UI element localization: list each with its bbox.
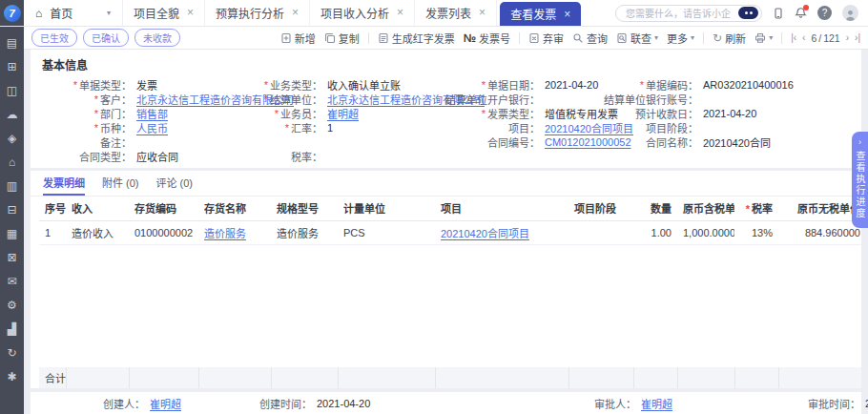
tab-home-label: 首页 bbox=[50, 5, 72, 21]
sidebar-invoice-icon[interactable]: ◫ bbox=[7, 85, 17, 96]
mobile-icon[interactable] bbox=[773, 8, 784, 19]
col-price-incl-tax: 原币含税单价 bbox=[677, 197, 734, 220]
tab-budget-analysis[interactable]: 预算执行分析 × bbox=[205, 0, 310, 26]
field-project-stage: 项目阶段 bbox=[605, 120, 858, 135]
tab-label: 项目全貌 bbox=[134, 5, 179, 21]
col-unit: 计量单位 bbox=[338, 197, 435, 220]
col-seq: 序号 bbox=[39, 197, 66, 220]
tab-label: 查看发票 bbox=[510, 6, 556, 22]
close-icon[interactable]: × bbox=[397, 7, 403, 18]
print-button[interactable]: ▾ bbox=[754, 32, 773, 44]
invoice-number-button[interactable]: № 发票号 bbox=[464, 31, 510, 46]
field-salesperson-link[interactable]: 崔明超 bbox=[327, 106, 359, 121]
discard-approval-button[interactable]: 弃审 bbox=[528, 31, 564, 46]
sidebar-ledger-icon[interactable]: ▥ bbox=[7, 180, 17, 192]
chevron-down-icon[interactable]: ▾ bbox=[107, 10, 111, 17]
copy-button[interactable]: 复制 bbox=[324, 31, 360, 46]
sidebar-organization-icon[interactable]: ⌂ bbox=[9, 156, 15, 168]
sidebar-analytics-chart-icon[interactable]: ▟ bbox=[8, 323, 16, 335]
field-project: 项目20210420合同项目 bbox=[441, 120, 605, 135]
close-icon[interactable]: × bbox=[479, 7, 486, 18]
field-department-link[interactable]: 销售部 bbox=[136, 106, 168, 121]
more-button[interactable]: 更多 ▾ bbox=[667, 31, 694, 46]
close-icon[interactable]: × bbox=[564, 9, 570, 20]
sidebar-dashboard-icon[interactable]: ▤ bbox=[7, 37, 17, 49]
tab-label: 预算执行分析 bbox=[216, 5, 284, 21]
tab-invoice-list[interactable]: 发票列表 × bbox=[415, 0, 497, 26]
red-invoice-button[interactable]: 生成红字发票 bbox=[378, 31, 455, 46]
sidebar-finance-icon[interactable]: ⊠ bbox=[7, 252, 16, 263]
empty-cell bbox=[605, 149, 858, 163]
field-exchange-rate: *汇率1 bbox=[233, 120, 441, 135]
status-badge-effective: 已生效 bbox=[31, 29, 77, 47]
execution-progress-label: 查看执行进度 bbox=[853, 151, 867, 219]
avatar[interactable] bbox=[842, 5, 858, 21]
linked-query-button[interactable]: 联查 ▾ bbox=[616, 31, 658, 46]
field-approver-link[interactable]: 崔明超 bbox=[641, 396, 672, 411]
tab-home[interactable]: ⌂ 首页 ▾ bbox=[24, 0, 123, 26]
tab-attachments[interactable]: 附件 (0) bbox=[102, 171, 139, 196]
field-contract-type-value: 应收合同 bbox=[136, 149, 178, 164]
tab-invoice-detail[interactable]: 发票明细 bbox=[43, 171, 85, 196]
execution-progress-tab[interactable]: › 查看执行进度 bbox=[852, 132, 868, 228]
field-doc-no: *单据编码AR0320210400016 bbox=[605, 77, 858, 92]
sidebar-security-icon[interactable]: ◈ bbox=[8, 133, 16, 144]
query-button[interactable]: 查询 bbox=[572, 31, 608, 46]
pager-first-button[interactable]: |‹ bbox=[791, 32, 796, 43]
sidebar-settings-gear-icon[interactable]: ⚙ bbox=[7, 300, 17, 311]
close-icon[interactable]: × bbox=[187, 7, 194, 18]
field-creator-link[interactable]: 崔明超 bbox=[150, 396, 181, 411]
pager-next-button[interactable]: › bbox=[846, 32, 849, 43]
cell-project-link[interactable]: 20210420合同项目 bbox=[435, 220, 568, 244]
tab-income-analysis[interactable]: 项目收入分析 × bbox=[310, 0, 415, 26]
notification-bell-icon[interactable] bbox=[795, 7, 807, 19]
linked-query-label: 联查 bbox=[630, 31, 651, 46]
sidebar-schedule-icon[interactable]: ⊟ bbox=[7, 204, 16, 216]
table-total-row: 合计 bbox=[39, 367, 861, 388]
col-qty: 数量 bbox=[633, 197, 677, 220]
sidebar-tools-icon[interactable]: ✱ bbox=[7, 371, 16, 383]
tab-project-overview[interactable]: 项目全貌 × bbox=[123, 0, 205, 26]
copy-label: 复制 bbox=[339, 31, 360, 46]
add-button[interactable]: 新增 bbox=[280, 31, 316, 46]
topbar-right: 您需要什么，请告诉小企 ? bbox=[615, 0, 868, 26]
table-header-row: 序号 收入 存货编码 存货名称 规格型号 计量单位 项目 项目阶段 数量 原币含… bbox=[39, 197, 861, 220]
cell-seq: 1 bbox=[39, 220, 66, 244]
cell-price-excl-tax: 884.960000 bbox=[778, 220, 861, 244]
table-empty-area bbox=[39, 245, 861, 368]
status-badge-unpaid: 未收款 bbox=[134, 29, 180, 47]
toolbar-divider bbox=[519, 32, 520, 44]
sidebar-budget-icon[interactable]: ⊞ bbox=[7, 61, 16, 72]
field-invoice-type: *发票类型增值税专用发票 bbox=[441, 106, 605, 120]
field-exchange-rate-value: 1 bbox=[327, 122, 333, 134]
tab-view-invoice[interactable]: 查看发票 × bbox=[500, 2, 581, 26]
field-biz-type: *业务类型收入确认单立账 bbox=[233, 77, 441, 92]
assistant-search-input[interactable]: 您需要什么，请告诉小企 bbox=[615, 5, 762, 22]
chevron-down-icon: ▾ bbox=[654, 34, 658, 42]
help-icon[interactable]: ? bbox=[817, 6, 832, 20]
sidebar-history-clock-icon[interactable]: ↻ bbox=[7, 347, 16, 359]
pager-prev-button[interactable]: ‹ bbox=[802, 32, 805, 43]
refresh-button[interactable]: ↻ 刷新 bbox=[713, 31, 746, 46]
empty-cell bbox=[441, 149, 605, 163]
sidebar-report-icon[interactable]: ✉ bbox=[7, 276, 16, 287]
statusbar: 已生效 已确认 未收款 新增 复制 生成红字发票 № 发票号 bbox=[24, 27, 868, 50]
chevron-down-icon: ▾ bbox=[769, 34, 773, 42]
field-contract-type: 合同类型应收合同 bbox=[31, 149, 233, 163]
close-icon[interactable]: × bbox=[292, 7, 299, 18]
detail-tabs: 发票明细 附件 (0) 评论 (0) bbox=[31, 171, 861, 197]
toolbar-divider bbox=[703, 32, 704, 44]
basic-info-title: 基本信息 bbox=[31, 54, 858, 77]
tab-comments[interactable]: 评论 (0) bbox=[156, 171, 194, 196]
toolbar-divider bbox=[368, 32, 369, 44]
field-currency-link[interactable]: 人民币 bbox=[136, 120, 168, 135]
cell-inventory-name-link[interactable]: 造价服务 bbox=[198, 220, 271, 244]
app-logo[interactable]: 7 bbox=[4, 5, 21, 22]
sidebar-cloud-sync-icon[interactable]: ☁ bbox=[7, 109, 18, 120]
pager-last-button[interactable]: ›| bbox=[855, 32, 860, 43]
sidebar-apps-grid-icon[interactable]: ▦ bbox=[7, 228, 17, 239]
cell-tax-rate: 13% bbox=[734, 220, 778, 244]
table-row[interactable]: 1 造价收入 0100000002 造价服务 造价服务 PCS 20210420… bbox=[39, 220, 861, 244]
discard-approval-label: 弃审 bbox=[543, 31, 564, 46]
field-expected-date: 预计收款日2021-04-20 bbox=[605, 106, 858, 120]
